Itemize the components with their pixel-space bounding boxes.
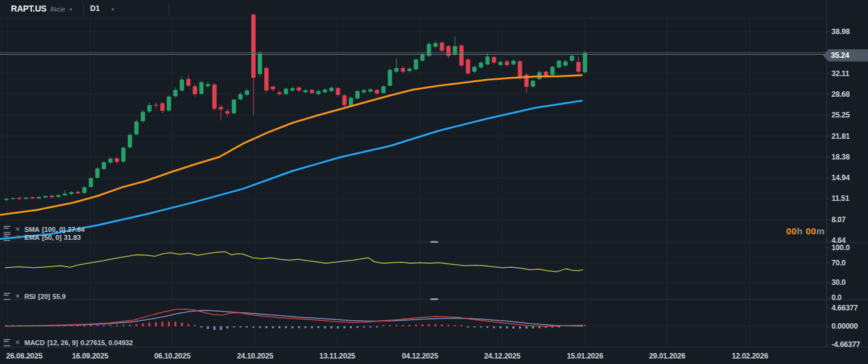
indicator-remove-icon[interactable]: ✕ bbox=[13, 226, 22, 233]
candle-up bbox=[199, 82, 203, 94]
indicator-params: [50, 0] bbox=[42, 234, 61, 241]
macd-hist-bar-negative bbox=[513, 326, 514, 329]
macd-histogram-layer bbox=[5, 321, 586, 330]
timeframe-selector[interactable]: D1 ▼ bbox=[90, 4, 115, 13]
macd-hist-bar-negative bbox=[376, 326, 378, 327]
candle-up bbox=[355, 91, 360, 99]
macd-hist-bar-negative bbox=[500, 326, 502, 328]
candle-up bbox=[108, 159, 113, 163]
macd-hist-bar-negative bbox=[214, 326, 215, 330]
macd-hist-bar-negative bbox=[285, 326, 287, 328]
macd-hist-bar-positive bbox=[103, 325, 105, 326]
candles-layer bbox=[4, 13, 587, 201]
macd-hist-bar-positive bbox=[435, 324, 436, 326]
candle-up bbox=[499, 62, 503, 65]
macd-hist-bar-positive bbox=[422, 324, 424, 326]
macd-hist-bar-positive bbox=[396, 325, 397, 326]
candle-down bbox=[219, 107, 223, 110]
date-axis-label: 24.12.2025 bbox=[484, 352, 520, 360]
date-axis-label: 06.10.2025 bbox=[154, 352, 191, 360]
candle-up bbox=[427, 44, 431, 55]
macd-hist-bar-negative bbox=[272, 326, 274, 328]
macd-hist-bar-positive bbox=[149, 323, 150, 326]
candle-up bbox=[329, 88, 334, 91]
candle-down bbox=[440, 43, 444, 51]
bar-close-countdown: 00h 00m bbox=[786, 226, 825, 236]
macd-hist-bar-negative bbox=[253, 326, 254, 327]
candle-down bbox=[466, 60, 470, 74]
candle-down bbox=[75, 192, 80, 193]
indicator-name: RSI bbox=[24, 293, 36, 300]
indicator-value: 55.9 bbox=[52, 293, 66, 300]
candle-down bbox=[342, 96, 346, 105]
chart-canvas[interactable] bbox=[0, 0, 868, 364]
macd-hist-bar-negative bbox=[467, 326, 469, 327]
macd-hist-bar-positive bbox=[408, 325, 410, 326]
candle-up bbox=[407, 69, 411, 71]
macd-hist-bar-negative bbox=[226, 326, 228, 329]
date-axis-label: 16.09.2025 bbox=[72, 352, 108, 360]
macd-hist-bar-positive bbox=[155, 322, 157, 326]
macd-hist-bar-positive bbox=[110, 325, 111, 326]
indicator-remove-icon[interactable]: ✕ bbox=[13, 339, 22, 346]
macd-hist-bar-positive bbox=[136, 324, 138, 326]
indicator-value: 31.83 bbox=[64, 234, 81, 241]
macd-hist-bar-negative bbox=[259, 326, 261, 328]
indicator-remove-icon[interactable]: ✕ bbox=[13, 234, 22, 240]
rsi-axis-label: 100.0 bbox=[831, 243, 850, 252]
candle-down bbox=[505, 61, 509, 65]
rsi-axis-label: 0.0 bbox=[831, 293, 841, 302]
macd-hist-bar-negative bbox=[369, 326, 371, 327]
indicator-legend-ema: ✕ EMA [50, 0] 31.83 bbox=[2, 233, 81, 241]
price-axis-label: 21.81 bbox=[831, 132, 850, 141]
macd-hist-bar-positive bbox=[194, 325, 196, 326]
countdown-minutes: 00 bbox=[805, 226, 816, 236]
macd-hist-bar-negative bbox=[233, 326, 235, 327]
indicator-settings-icon[interactable] bbox=[2, 226, 11, 233]
indicator-settings-icon[interactable] bbox=[2, 234, 11, 240]
macd-hist-bar-negative bbox=[220, 326, 222, 330]
candle-up bbox=[531, 81, 535, 86]
price-axis-label: 11.51 bbox=[831, 194, 849, 203]
current-price-value: 35.24 bbox=[831, 51, 849, 60]
indicator-settings-icon[interactable] bbox=[2, 339, 11, 346]
candle-down bbox=[336, 88, 340, 95]
symbol-selector[interactable]: RAPT.US Akcie ▼ bbox=[11, 4, 73, 13]
indicator-settings-icon[interactable] bbox=[2, 293, 11, 299]
price-axis-label: 18.38 bbox=[831, 153, 850, 161]
macd-hist-bar-negative bbox=[480, 326, 482, 327]
candle-up bbox=[96, 169, 100, 178]
candle-up bbox=[43, 196, 47, 197]
candle-up bbox=[485, 57, 489, 65]
indicator-remove-icon[interactable]: ✕ bbox=[13, 293, 22, 299]
candle-up bbox=[381, 86, 385, 93]
candle-down bbox=[251, 15, 256, 78]
countdown-minutes-unit: m bbox=[816, 226, 825, 236]
candle-down bbox=[212, 85, 217, 109]
macd-hist-bar-negative bbox=[532, 326, 534, 328]
indicator-params: [20] bbox=[38, 293, 51, 300]
candle-up bbox=[284, 89, 288, 94]
candle-up bbox=[128, 135, 132, 147]
macd-hist-bar-positive bbox=[181, 323, 183, 326]
macd-hist-bar-negative bbox=[343, 326, 345, 328]
date-axis-label: 13.11.2025 bbox=[320, 352, 355, 360]
candle-down bbox=[278, 93, 282, 94]
timeframe-label: D1 bbox=[90, 4, 100, 13]
macd-hist-bar-positive bbox=[187, 324, 189, 326]
macd-line bbox=[5, 309, 583, 326]
indicator-legend-sma: ✕ SMA [100, 0] 27.64 bbox=[2, 225, 85, 233]
macd-hist-bar-negative bbox=[493, 326, 495, 328]
macd-hist-bar-negative bbox=[318, 326, 320, 328]
candle-down bbox=[154, 105, 158, 106]
macd-hist-bar-positive bbox=[584, 325, 586, 326]
candle-up bbox=[82, 187, 86, 193]
candle-up bbox=[433, 43, 438, 47]
header-divider bbox=[83, 3, 84, 15]
macd-hist-bar-positive bbox=[168, 321, 170, 326]
candle-up bbox=[135, 122, 139, 135]
macd-hist-bar-positive bbox=[116, 325, 118, 326]
candle-up bbox=[232, 100, 236, 113]
macd-hist-bar-positive bbox=[122, 325, 124, 326]
macd-hist-bar-positive bbox=[447, 325, 449, 326]
